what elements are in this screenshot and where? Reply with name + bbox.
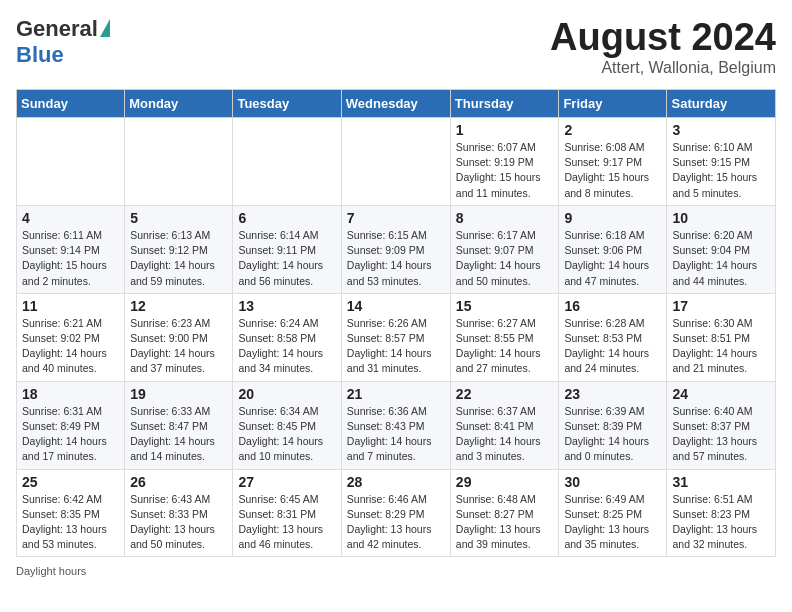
calendar-week-row: 25Sunrise: 6:42 AMSunset: 8:35 PMDayligh… — [17, 469, 776, 557]
calendar-header-saturday: Saturday — [667, 90, 776, 118]
calendar-cell: 4Sunrise: 6:11 AMSunset: 9:14 PMDaylight… — [17, 205, 125, 293]
calendar-cell: 10Sunrise: 6:20 AMSunset: 9:04 PMDayligh… — [667, 205, 776, 293]
calendar-cell: 16Sunrise: 6:28 AMSunset: 8:53 PMDayligh… — [559, 293, 667, 381]
day-number: 7 — [347, 210, 445, 226]
calendar-cell: 6Sunrise: 6:14 AMSunset: 9:11 PMDaylight… — [233, 205, 341, 293]
calendar-cell — [125, 118, 233, 206]
calendar-week-row: 1Sunrise: 6:07 AMSunset: 9:19 PMDaylight… — [17, 118, 776, 206]
day-info: Sunrise: 6:23 AMSunset: 9:00 PMDaylight:… — [130, 316, 227, 377]
day-number: 18 — [22, 386, 119, 402]
calendar-cell: 8Sunrise: 6:17 AMSunset: 9:07 PMDaylight… — [450, 205, 559, 293]
day-info: Sunrise: 6:18 AMSunset: 9:06 PMDaylight:… — [564, 228, 661, 289]
month-title: August 2024 — [550, 16, 776, 59]
calendar-header-row: SundayMondayTuesdayWednesdayThursdayFrid… — [17, 90, 776, 118]
day-info: Sunrise: 6:08 AMSunset: 9:17 PMDaylight:… — [564, 140, 661, 201]
calendar-table: SundayMondayTuesdayWednesdayThursdayFrid… — [16, 89, 776, 557]
day-number: 8 — [456, 210, 554, 226]
day-info: Sunrise: 6:21 AMSunset: 9:02 PMDaylight:… — [22, 316, 119, 377]
day-number: 22 — [456, 386, 554, 402]
day-info: Sunrise: 6:37 AMSunset: 8:41 PMDaylight:… — [456, 404, 554, 465]
day-info: Sunrise: 6:15 AMSunset: 9:09 PMDaylight:… — [347, 228, 445, 289]
calendar-cell: 24Sunrise: 6:40 AMSunset: 8:37 PMDayligh… — [667, 381, 776, 469]
calendar-header-monday: Monday — [125, 90, 233, 118]
day-info: Sunrise: 6:49 AMSunset: 8:25 PMDaylight:… — [564, 492, 661, 553]
day-number: 27 — [238, 474, 335, 490]
day-info: Sunrise: 6:26 AMSunset: 8:57 PMDaylight:… — [347, 316, 445, 377]
day-info: Sunrise: 6:48 AMSunset: 8:27 PMDaylight:… — [456, 492, 554, 553]
calendar-cell: 25Sunrise: 6:42 AMSunset: 8:35 PMDayligh… — [17, 469, 125, 557]
calendar-header-wednesday: Wednesday — [341, 90, 450, 118]
day-number: 25 — [22, 474, 119, 490]
day-number: 10 — [672, 210, 770, 226]
day-info: Sunrise: 6:31 AMSunset: 8:49 PMDaylight:… — [22, 404, 119, 465]
calendar-cell: 21Sunrise: 6:36 AMSunset: 8:43 PMDayligh… — [341, 381, 450, 469]
calendar-cell: 29Sunrise: 6:48 AMSunset: 8:27 PMDayligh… — [450, 469, 559, 557]
calendar-cell: 20Sunrise: 6:34 AMSunset: 8:45 PMDayligh… — [233, 381, 341, 469]
calendar-cell: 19Sunrise: 6:33 AMSunset: 8:47 PMDayligh… — [125, 381, 233, 469]
calendar-cell: 31Sunrise: 6:51 AMSunset: 8:23 PMDayligh… — [667, 469, 776, 557]
calendar-cell: 12Sunrise: 6:23 AMSunset: 9:00 PMDayligh… — [125, 293, 233, 381]
header: General Blue August 2024 Attert, Walloni… — [16, 16, 776, 77]
calendar-cell: 28Sunrise: 6:46 AMSunset: 8:29 PMDayligh… — [341, 469, 450, 557]
calendar-cell: 27Sunrise: 6:45 AMSunset: 8:31 PMDayligh… — [233, 469, 341, 557]
day-info: Sunrise: 6:14 AMSunset: 9:11 PMDaylight:… — [238, 228, 335, 289]
calendar-week-row: 4Sunrise: 6:11 AMSunset: 9:14 PMDaylight… — [17, 205, 776, 293]
day-number: 24 — [672, 386, 770, 402]
calendar-cell — [17, 118, 125, 206]
day-number: 19 — [130, 386, 227, 402]
day-number: 26 — [130, 474, 227, 490]
calendar-week-row: 11Sunrise: 6:21 AMSunset: 9:02 PMDayligh… — [17, 293, 776, 381]
day-info: Sunrise: 6:13 AMSunset: 9:12 PMDaylight:… — [130, 228, 227, 289]
day-number: 5 — [130, 210, 227, 226]
day-number: 31 — [672, 474, 770, 490]
calendar-cell: 5Sunrise: 6:13 AMSunset: 9:12 PMDaylight… — [125, 205, 233, 293]
day-info: Sunrise: 6:30 AMSunset: 8:51 PMDaylight:… — [672, 316, 770, 377]
calendar-header-friday: Friday — [559, 90, 667, 118]
day-number: 6 — [238, 210, 335, 226]
calendar-cell: 18Sunrise: 6:31 AMSunset: 8:49 PMDayligh… — [17, 381, 125, 469]
day-info: Sunrise: 6:20 AMSunset: 9:04 PMDaylight:… — [672, 228, 770, 289]
day-number: 3 — [672, 122, 770, 138]
calendar-cell: 1Sunrise: 6:07 AMSunset: 9:19 PMDaylight… — [450, 118, 559, 206]
calendar-cell: 7Sunrise: 6:15 AMSunset: 9:09 PMDaylight… — [341, 205, 450, 293]
day-number: 2 — [564, 122, 661, 138]
day-info: Sunrise: 6:36 AMSunset: 8:43 PMDaylight:… — [347, 404, 445, 465]
day-info: Sunrise: 6:46 AMSunset: 8:29 PMDaylight:… — [347, 492, 445, 553]
day-number: 12 — [130, 298, 227, 314]
calendar-cell: 3Sunrise: 6:10 AMSunset: 9:15 PMDaylight… — [667, 118, 776, 206]
calendar-cell: 13Sunrise: 6:24 AMSunset: 8:58 PMDayligh… — [233, 293, 341, 381]
day-info: Sunrise: 6:45 AMSunset: 8:31 PMDaylight:… — [238, 492, 335, 553]
day-number: 30 — [564, 474, 661, 490]
day-info: Sunrise: 6:34 AMSunset: 8:45 PMDaylight:… — [238, 404, 335, 465]
calendar-cell: 30Sunrise: 6:49 AMSunset: 8:25 PMDayligh… — [559, 469, 667, 557]
logo-general-text: General — [16, 16, 98, 42]
logo: General Blue — [16, 16, 110, 68]
calendar-cell — [341, 118, 450, 206]
day-number: 4 — [22, 210, 119, 226]
day-number: 1 — [456, 122, 554, 138]
day-info: Sunrise: 6:39 AMSunset: 8:39 PMDaylight:… — [564, 404, 661, 465]
day-number: 29 — [456, 474, 554, 490]
calendar-week-row: 18Sunrise: 6:31 AMSunset: 8:49 PMDayligh… — [17, 381, 776, 469]
day-info: Sunrise: 6:40 AMSunset: 8:37 PMDaylight:… — [672, 404, 770, 465]
day-info: Sunrise: 6:51 AMSunset: 8:23 PMDaylight:… — [672, 492, 770, 553]
day-number: 9 — [564, 210, 661, 226]
logo-triangle-icon — [100, 19, 110, 37]
calendar-cell: 17Sunrise: 6:30 AMSunset: 8:51 PMDayligh… — [667, 293, 776, 381]
calendar-cell: 26Sunrise: 6:43 AMSunset: 8:33 PMDayligh… — [125, 469, 233, 557]
day-number: 16 — [564, 298, 661, 314]
footer-note: Daylight hours — [16, 565, 776, 577]
day-number: 28 — [347, 474, 445, 490]
day-number: 23 — [564, 386, 661, 402]
calendar-cell: 11Sunrise: 6:21 AMSunset: 9:02 PMDayligh… — [17, 293, 125, 381]
calendar-cell: 22Sunrise: 6:37 AMSunset: 8:41 PMDayligh… — [450, 381, 559, 469]
calendar-cell: 15Sunrise: 6:27 AMSunset: 8:55 PMDayligh… — [450, 293, 559, 381]
calendar-cell — [233, 118, 341, 206]
day-info: Sunrise: 6:43 AMSunset: 8:33 PMDaylight:… — [130, 492, 227, 553]
day-number: 21 — [347, 386, 445, 402]
day-number: 20 — [238, 386, 335, 402]
day-info: Sunrise: 6:28 AMSunset: 8:53 PMDaylight:… — [564, 316, 661, 377]
day-info: Sunrise: 6:11 AMSunset: 9:14 PMDaylight:… — [22, 228, 119, 289]
day-info: Sunrise: 6:10 AMSunset: 9:15 PMDaylight:… — [672, 140, 770, 201]
day-number: 11 — [22, 298, 119, 314]
